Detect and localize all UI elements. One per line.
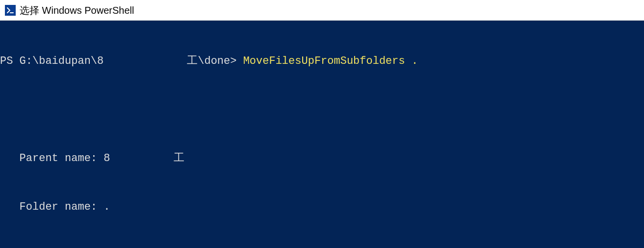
info-parent-suffix: 工 (174, 152, 184, 165)
titlebar[interactable]: 选择 Windows PowerShell (0, 0, 644, 21)
command-text: MoveFilesUpFromSubfolders . (243, 55, 418, 67)
prompt-path-prefix: PS G:\baidupan\8 (0, 55, 103, 67)
terminal-body[interactable]: PS G:\baidupan\8工\done> MoveFilesUpFromS… (0, 21, 644, 248)
info-parent-name: Parent name: 8工 (0, 150, 644, 166)
powershell-window: 选择 Windows PowerShell PS G:\baidupan\8工\… (0, 0, 644, 248)
prompt-path-suffix: 工\done> (187, 55, 243, 67)
blank-line (0, 102, 644, 118)
titlebar-title: 选择 Windows PowerShell (20, 3, 134, 18)
redacted-text (110, 152, 174, 163)
prompt-line-1: PS G:\baidupan\8工\done> MoveFilesUpFromS… (0, 53, 644, 69)
redacted-text (103, 55, 187, 65)
powershell-icon (5, 5, 16, 16)
info-parent-label: Parent name: 8 (0, 152, 110, 165)
info-folder-name: Folder name: . (0, 199, 644, 215)
